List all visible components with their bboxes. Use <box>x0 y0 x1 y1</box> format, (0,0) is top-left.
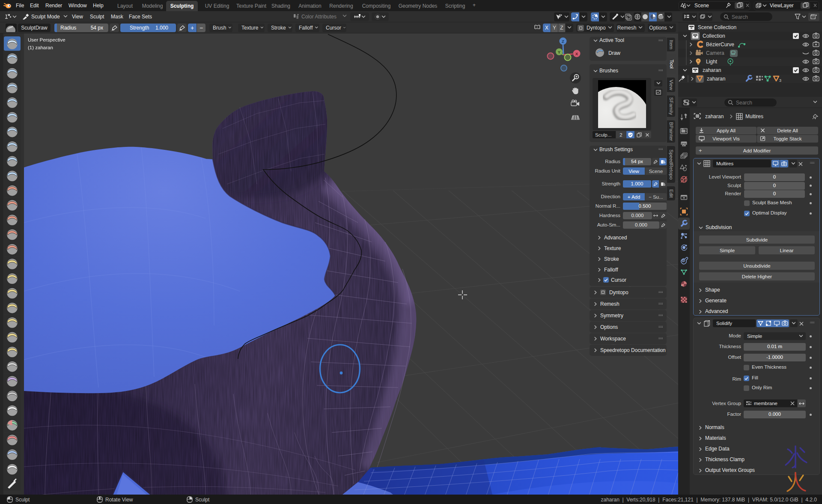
svg-text:Camera: Camera <box>706 50 724 56</box>
svg-text:Light: Light <box>706 59 718 65</box>
svg-text:Collection: Collection <box>703 33 725 39</box>
svg-text:Z: Z <box>562 39 564 44</box>
svg-text:Scene Collection: Scene Collection <box>698 24 736 30</box>
svg-text:User Perspective: User Perspective <box>28 37 66 42</box>
svg-text:Multires: Multires <box>745 113 763 119</box>
svg-text:(1) zaharan: (1) zaharan <box>28 45 53 50</box>
svg-text:3: 3 <box>779 78 781 83</box>
svg-text:zaharan: zaharan <box>705 113 724 119</box>
svg-text:X: X <box>575 51 578 56</box>
svg-text:zaharan: zaharan <box>707 76 725 82</box>
svg-text:zaharan: zaharan <box>703 67 721 73</box>
svg-text:Y: Y <box>558 50 561 54</box>
svg-text:BézierCurve: BézierCurve <box>706 42 734 48</box>
